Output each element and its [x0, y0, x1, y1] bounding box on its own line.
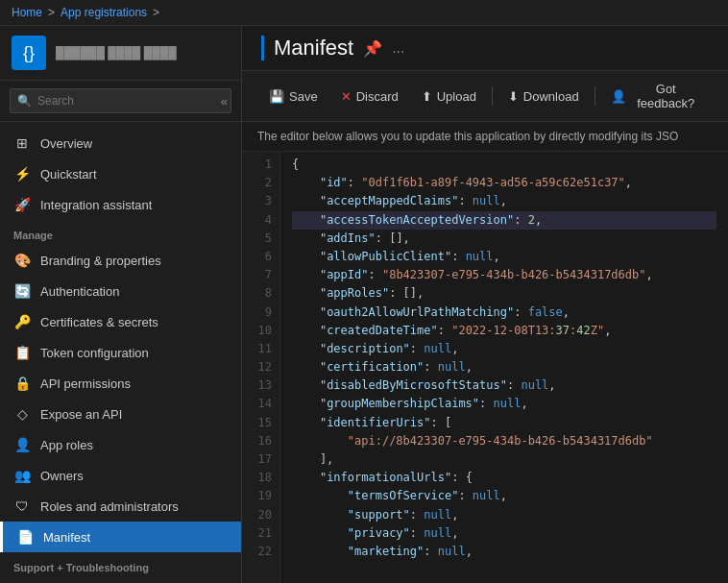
- sidebar-item-manifest[interactable]: 📄 Manifest: [0, 522, 241, 552]
- sidebar-nav: ⊞ Overview ⚡ Quickstart 🚀 Integration as…: [0, 122, 241, 583]
- sidebar-item-label: Overview: [40, 136, 92, 151]
- overview-icon: ⊞: [13, 135, 31, 151]
- feedback-label: Got feedback?: [631, 82, 701, 110]
- more-icon[interactable]: ...: [392, 39, 404, 57]
- support-section-label: Support + Troubleshooting: [0, 552, 241, 577]
- save-button[interactable]: 💾 Save: [257, 85, 329, 109]
- certificates-icon: 🔑: [13, 314, 31, 329]
- sidebar-item-label: Integration assistant: [40, 198, 152, 212]
- authentication-icon: 🔄: [13, 283, 31, 299]
- sidebar-item-owners[interactable]: 👥 Owners: [0, 460, 241, 491]
- quickstart-icon: ⚡: [13, 166, 31, 182]
- sidebar-item-label: Expose an API: [40, 407, 122, 422]
- sidebar-item-authentication[interactable]: 🔄 Authentication: [0, 276, 241, 306]
- owners-icon: 👥: [13, 468, 31, 483]
- save-icon: 💾: [269, 89, 284, 104]
- search-input[interactable]: [10, 88, 231, 113]
- roles-admin-icon: 🛡: [13, 498, 31, 514]
- breadcrumb-sep2: >: [153, 6, 159, 19]
- branding-icon: 🎨: [13, 253, 31, 268]
- feedback-button[interactable]: 👤 Got feedback?: [599, 77, 713, 115]
- breadcrumb-app-reg[interactable]: App registrations: [61, 6, 147, 19]
- upload-icon: ⬆: [422, 89, 432, 104]
- download-icon: ⬇: [508, 89, 519, 104]
- app-roles-icon: 👤: [13, 437, 31, 452]
- toolbar-separator: [492, 86, 493, 106]
- manage-section-label: Manage: [0, 220, 241, 245]
- sidebar-item-app-roles[interactable]: 👤 App roles: [0, 429, 241, 460]
- token-icon: 📋: [13, 345, 31, 360]
- line-numbers: 12345678910111213141516171819202122: [242, 152, 280, 583]
- sidebar-item-overview[interactable]: ⊞ Overview: [0, 128, 241, 158]
- sidebar-item-branding[interactable]: 🎨 Branding & properties: [0, 245, 241, 276]
- download-label: Download: [523, 89, 579, 104]
- upload-button[interactable]: ⬆ Upload: [410, 85, 488, 109]
- sidebar-item-certificates[interactable]: 🔑 Certificates & secrets: [0, 306, 241, 337]
- breadcrumb-home[interactable]: Home: [12, 6, 42, 19]
- sidebar-item-quickstart[interactable]: ⚡ Quickstart: [0, 158, 241, 189]
- code-area[interactable]: { "id": "0df1f6b1-a89f-4943-ad56-a59c62e…: [280, 152, 728, 583]
- sidebar: {} ██████ ████ ████ 🔍 « ⊞ Overview ⚡ Qui…: [0, 26, 242, 583]
- sidebar-item-label: Roles and administrators: [40, 499, 179, 514]
- sidebar-item-token[interactable]: 📋 Token configuration: [0, 337, 241, 368]
- sidebar-item-label: Branding & properties: [40, 254, 161, 268]
- content-area: Manifest 📌 ... 💾 Save ✕ Discard ⬆ Upload…: [242, 26, 728, 583]
- discard-label: Discard: [356, 89, 399, 104]
- page-title: Manifest: [261, 36, 353, 61]
- breadcrumb-sep1: >: [48, 6, 55, 19]
- content-header: Manifest 📌 ...: [242, 26, 728, 71]
- manifest-icon: 📄: [16, 529, 34, 545]
- breadcrumb: Home > App registrations >: [0, 0, 728, 26]
- discard-button[interactable]: ✕ Discard: [329, 85, 410, 109]
- save-label: Save: [289, 89, 318, 104]
- sidebar-item-api-perms[interactable]: 🔒 API permissions: [0, 368, 241, 399]
- sidebar-item-label: Manifest: [43, 530, 90, 545]
- sidebar-item-roles-admin[interactable]: 🛡 Roles and administrators: [0, 491, 241, 522]
- api-perms-icon: 🔒: [13, 376, 31, 391]
- collapse-icon[interactable]: «: [221, 94, 228, 109]
- toolbar-separator-2: [595, 86, 595, 106]
- app-icon: {}: [12, 36, 46, 70]
- sidebar-item-label: Authentication: [40, 284, 119, 299]
- integration-icon: 🚀: [13, 197, 31, 212]
- sidebar-item-expose-api[interactable]: ◇ Expose an API: [0, 399, 241, 429]
- discard-icon: ✕: [341, 89, 352, 104]
- sidebar-item-label: Owners: [40, 469, 84, 483]
- app-name: ██████ ████ ████: [56, 46, 177, 60]
- sidebar-item-label: App roles: [40, 438, 93, 452]
- sidebar-item-label: API permissions: [40, 377, 131, 391]
- upload-label: Upload: [437, 89, 476, 104]
- editor-container: 12345678910111213141516171819202122 { "i…: [242, 152, 728, 583]
- download-button[interactable]: ⬇ Download: [497, 85, 591, 109]
- expose-api-icon: ◇: [13, 406, 31, 422]
- sidebar-item-label: Quickstart: [40, 167, 97, 182]
- sidebar-item-label: Token configuration: [40, 346, 149, 360]
- sidebar-search-container: 🔍 «: [0, 81, 241, 122]
- sidebar-item-integration[interactable]: 🚀 Integration assistant: [0, 189, 241, 220]
- pin-icon[interactable]: 📌: [363, 39, 382, 58]
- sidebar-header: {} ██████ ████ ████: [0, 26, 241, 81]
- feedback-icon: 👤: [611, 89, 626, 104]
- toolbar: 💾 Save ✕ Discard ⬆ Upload ⬇ Download 👤 G…: [242, 71, 728, 122]
- sidebar-item-label: Certificates & secrets: [40, 315, 158, 329]
- editor-info: The editor below allows you to update th…: [242, 122, 728, 152]
- search-icon: 🔍: [17, 94, 32, 108]
